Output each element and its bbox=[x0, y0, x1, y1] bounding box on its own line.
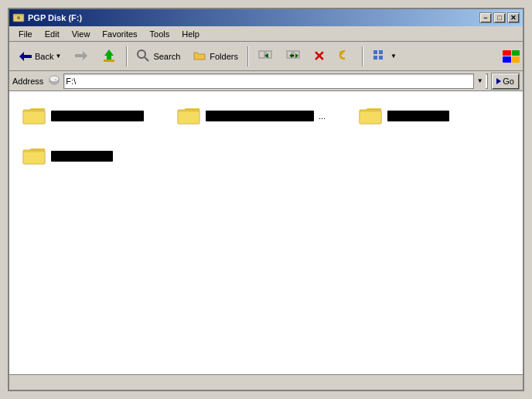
svg-rect-23 bbox=[373, 56, 377, 60]
folder-label-3 bbox=[387, 111, 449, 121]
folder-icon-4 bbox=[22, 145, 46, 167]
folders-icon bbox=[193, 49, 206, 64]
address-label: Address bbox=[12, 77, 43, 86]
address-input[interactable] bbox=[66, 77, 473, 86]
delete-button[interactable]: ✕ bbox=[308, 45, 330, 68]
menu-tools[interactable]: Tools bbox=[144, 28, 176, 40]
menu-bar: File Edit View Favorites Tools Help bbox=[9, 26, 523, 42]
svg-point-27 bbox=[49, 76, 59, 82]
folder-icon-3 bbox=[358, 105, 383, 127]
forward-arrow-icon bbox=[73, 48, 89, 65]
folder-icon-1 bbox=[22, 105, 46, 127]
folder-label-2 bbox=[206, 111, 314, 121]
svg-rect-6 bbox=[75, 54, 84, 57]
title-bar-left: PGP Disk (F:) bbox=[12, 12, 82, 24]
status-bar bbox=[9, 374, 523, 390]
toolbar-separator-1 bbox=[126, 46, 127, 66]
svg-rect-12 bbox=[259, 51, 264, 58]
svg-rect-21 bbox=[373, 50, 377, 54]
up-arrow-icon bbox=[101, 48, 117, 65]
svg-rect-24 bbox=[379, 56, 383, 60]
folders-button[interactable]: Folders bbox=[187, 45, 244, 68]
views-dropdown-icon: ▼ bbox=[390, 53, 397, 60]
search-icon bbox=[136, 49, 150, 64]
svg-marker-7 bbox=[104, 49, 114, 56]
back-dropdown-icon: ▼ bbox=[55, 53, 61, 60]
back-arrow-icon bbox=[18, 49, 33, 64]
menu-view[interactable]: View bbox=[66, 28, 97, 40]
views-icon bbox=[372, 48, 387, 65]
svg-line-11 bbox=[145, 57, 148, 61]
menu-file[interactable]: File bbox=[12, 28, 39, 40]
folder-label-4 bbox=[51, 151, 113, 162]
copy-to-icon bbox=[285, 48, 301, 65]
address-input-container[interactable]: ▼ bbox=[63, 73, 488, 89]
svg-marker-18 bbox=[295, 53, 298, 58]
svg-rect-4 bbox=[23, 55, 32, 58]
content-area: ... bbox=[9, 91, 523, 374]
folder-item-4[interactable] bbox=[17, 142, 141, 170]
go-button[interactable]: Go bbox=[491, 73, 520, 90]
delete-icon: ✕ bbox=[313, 49, 325, 63]
move-button[interactable] bbox=[252, 45, 278, 68]
svg-rect-36 bbox=[23, 152, 45, 164]
menu-help[interactable]: Help bbox=[176, 28, 206, 40]
svg-point-10 bbox=[138, 50, 145, 58]
close-button[interactable]: ✕ bbox=[507, 12, 520, 23]
svg-rect-34 bbox=[360, 111, 381, 124]
back-button[interactable]: Back ▼ bbox=[12, 45, 66, 68]
undo-icon bbox=[337, 48, 353, 65]
address-bar: Address ▼ Go bbox=[9, 71, 523, 91]
svg-point-28 bbox=[55, 79, 56, 80]
windows-xp-logo bbox=[503, 50, 520, 63]
menu-favorites[interactable]: Favorites bbox=[96, 28, 143, 40]
title-bar: PGP Disk (F:) − □ ✕ bbox=[9, 9, 523, 26]
folder-ellipsis-2: ... bbox=[319, 111, 326, 121]
folders-label: Folders bbox=[210, 52, 238, 61]
go-arrow-icon bbox=[496, 78, 501, 84]
toolbar-separator-2 bbox=[247, 46, 248, 66]
toolbar: Back ▼ bbox=[9, 42, 523, 71]
svg-rect-30 bbox=[23, 111, 45, 124]
folders-container: ... bbox=[17, 99, 515, 173]
maximize-button[interactable]: □ bbox=[493, 12, 506, 23]
folder-item-2[interactable]: ... bbox=[172, 102, 330, 130]
menu-edit[interactable]: Edit bbox=[39, 28, 66, 40]
svg-rect-22 bbox=[379, 50, 383, 54]
svg-rect-9 bbox=[104, 60, 114, 62]
window-icon bbox=[12, 12, 25, 24]
minimize-button[interactable]: − bbox=[479, 12, 492, 23]
folder-label-1 bbox=[51, 111, 144, 121]
toolbar-separator-3 bbox=[362, 46, 363, 66]
folder-item-1[interactable] bbox=[17, 102, 148, 130]
folder-icon-2 bbox=[176, 105, 201, 127]
folder-item-3[interactable] bbox=[353, 102, 477, 130]
back-label: Back bbox=[35, 52, 53, 61]
svg-rect-32 bbox=[178, 111, 200, 124]
go-label: Go bbox=[503, 77, 514, 86]
title-buttons: − □ ✕ bbox=[479, 12, 520, 23]
copy-button[interactable] bbox=[280, 45, 306, 68]
search-label: Search bbox=[153, 52, 180, 61]
forward-button[interactable] bbox=[68, 45, 94, 68]
undo-button[interactable] bbox=[332, 45, 358, 68]
window-title: PGP Disk (F:) bbox=[28, 13, 82, 22]
address-dropdown-button[interactable]: ▼ bbox=[473, 73, 486, 89]
svg-point-2 bbox=[17, 16, 20, 19]
up-button[interactable] bbox=[96, 45, 122, 68]
svg-marker-19 bbox=[289, 53, 292, 58]
drive-icon bbox=[48, 74, 60, 88]
views-button[interactable]: ▼ bbox=[367, 45, 402, 68]
search-button[interactable]: Search bbox=[131, 45, 186, 68]
explorer-window: PGP Disk (F:) − □ ✕ File Edit View Favor… bbox=[8, 8, 524, 391]
move-to-icon bbox=[257, 48, 273, 65]
